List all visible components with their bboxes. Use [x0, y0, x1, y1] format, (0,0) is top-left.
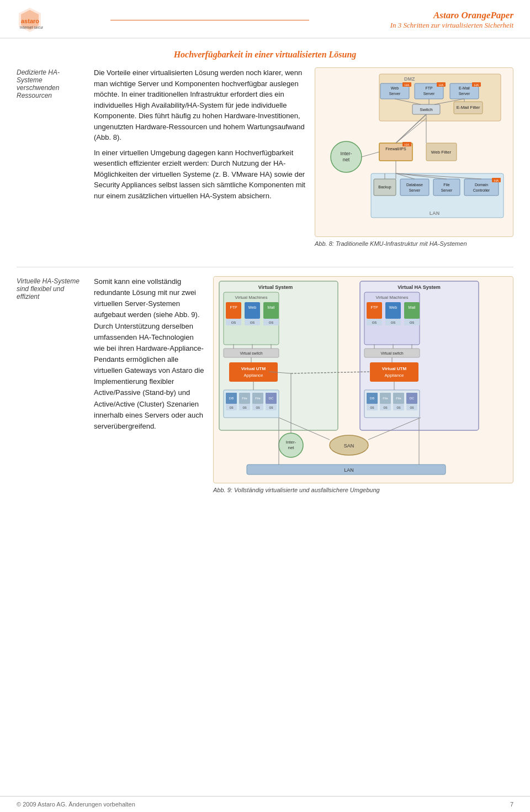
fig8-caption: Abb. 8: Traditionelle KMU-Infrastruktur …: [315, 240, 513, 247]
svg-text:Switch: Switch: [420, 107, 433, 112]
svg-text:DMZ: DMZ: [404, 76, 415, 82]
svg-text:HA: HA: [494, 179, 499, 182]
svg-text:Web: Web: [248, 305, 256, 309]
svg-text:OS: OS: [229, 406, 234, 409]
svg-rect-68: [226, 302, 241, 319]
header-title-area: Astaro OrangePaper In 3 Schritten zur vi…: [315, 10, 513, 30]
bottom-text-diagram: Somit kann eine vollständig redundante L…: [94, 276, 513, 493]
svg-text:HA: HA: [405, 143, 409, 146]
sidebar-label-1: Dedizierte HA-Systeme verschwenden Resso…: [17, 67, 83, 256]
footer-copyright: © 2009 Astaro AG. Änderungen vorbehalten: [17, 801, 135, 808]
diagram1-col: DMZ Web Server HA FTP Server: [315, 67, 513, 247]
svg-text:Database: Database: [406, 183, 423, 187]
astaro-logo: astaro internet security: [17, 7, 43, 33]
svg-text:Appliance: Appliance: [384, 373, 404, 378]
svg-text:File: File: [255, 397, 261, 400]
svg-text:LAN: LAN: [344, 467, 354, 473]
svg-text:OS: OS: [410, 406, 414, 409]
logo-area: astaro internet security: [17, 7, 105, 33]
svg-text:OS: OS: [256, 406, 260, 409]
page-header: astaro internet security Astaro OrangePa…: [0, 0, 530, 39]
sidebar-label-2: Virtuelle HA-Systeme sind flexibel und e…: [17, 276, 83, 493]
svg-text:FTP: FTP: [370, 305, 378, 309]
svg-text:OS: OS: [250, 321, 255, 324]
svg-text:OS: OS: [370, 406, 374, 409]
svg-text:Mail: Mail: [268, 305, 275, 309]
svg-text:Virtual Machines: Virtual Machines: [235, 295, 268, 300]
svg-rect-119: [404, 302, 420, 319]
diagram2-col: Virtual System Virtual Machines FTP OS: [213, 276, 513, 493]
svg-text:LAN: LAN: [430, 210, 440, 216]
svg-rect-115: [385, 302, 401, 319]
svg-text:OS: OS: [242, 406, 247, 409]
svg-text:File: File: [396, 397, 401, 400]
svg-text:OS: OS: [231, 321, 236, 324]
section1-layout: Dedizierte HA-Systeme verschwenden Resso…: [17, 67, 513, 256]
svg-text:net: net: [288, 445, 294, 450]
svg-text:File: File: [383, 397, 388, 400]
svg-text:Server: Server: [459, 92, 470, 96]
page-number: 7: [510, 801, 513, 808]
section-divider: [17, 267, 513, 267]
svg-text:OS: OS: [410, 321, 415, 324]
svg-rect-111: [367, 302, 382, 319]
section1-para2: In einer virtuellen Umgebung dagegen kan…: [94, 147, 306, 202]
svg-rect-46: [400, 179, 429, 196]
svg-text:HA: HA: [474, 83, 479, 87]
svg-text:DC: DC: [410, 397, 415, 400]
svg-text:Server: Server: [441, 188, 453, 192]
svg-text:Inter-: Inter-: [340, 151, 352, 156]
svg-text:DB: DB: [370, 397, 374, 400]
page-footer: © 2009 Astaro AG. Änderungen vorbehalten…: [0, 796, 530, 812]
svg-text:Virtual Machines: Virtual Machines: [376, 295, 409, 300]
svg-text:DC: DC: [269, 397, 274, 400]
svg-text:Backup: Backup: [378, 185, 391, 189]
svg-text:OS: OS: [269, 321, 274, 324]
svg-text:internet security: internet security: [20, 25, 43, 30]
network-diagram-2: Virtual System Virtual Machines FTP OS: [213, 276, 513, 483]
section2-layout: Virtuelle HA-Systeme sind flexibel und e…: [17, 276, 513, 493]
svg-text:Server: Server: [409, 188, 421, 192]
svg-text:File: File: [443, 183, 449, 187]
svg-rect-72: [245, 302, 260, 319]
svg-text:OS: OS: [391, 321, 396, 324]
fig9-caption: Abb. 9: Vollständig virtualisierte und a…: [213, 487, 513, 493]
svg-text:Inter-: Inter-: [286, 440, 296, 445]
svg-text:Domain: Domain: [475, 183, 488, 187]
svg-text:Server: Server: [423, 92, 435, 96]
svg-text:Virtual switch: Virtual switch: [380, 351, 403, 355]
svg-text:OS: OS: [383, 406, 388, 409]
diagram1-svg: DMZ Web Server HA FTP Server: [319, 71, 506, 231]
text-diagram-row-1: Die Vorteile einer virtualisierten Lösun…: [94, 67, 513, 247]
svg-text:Controller: Controller: [473, 188, 490, 192]
svg-text:DB: DB: [229, 397, 234, 400]
svg-rect-76: [263, 302, 279, 319]
svg-text:File: File: [242, 397, 247, 400]
svg-text:Virtual UTM: Virtual UTM: [241, 366, 266, 371]
network-diagram-1: DMZ Web Server HA FTP Server: [315, 67, 513, 237]
svg-text:Mail: Mail: [409, 305, 416, 309]
svg-text:Firewall/IPS: Firewall/IPS: [385, 147, 406, 151]
svg-text:Web: Web: [391, 86, 399, 90]
section2-para1: Somit kann eine vollständig redundante L…: [94, 276, 204, 432]
svg-text:net: net: [343, 157, 350, 162]
section1-title: Hochverfügbarkeit in einer virtualisiert…: [17, 50, 513, 60]
svg-text:Virtual switch: Virtual switch: [240, 351, 262, 355]
svg-text:Web Filter: Web Filter: [431, 150, 452, 155]
svg-text:E-Mail: E-Mail: [459, 86, 470, 90]
header-title-sub: In 3 Schritten zur virtualisierten Siche…: [315, 21, 513, 30]
svg-text:Virtual UTM: Virtual UTM: [382, 366, 407, 371]
section2-main: Somit kann eine vollständig redundante L…: [94, 276, 513, 493]
svg-text:Virtual System: Virtual System: [258, 284, 293, 290]
svg-text:E-Mail Filter: E-Mail Filter: [457, 105, 480, 110]
svg-text:OS: OS: [396, 406, 401, 409]
svg-rect-128: [370, 362, 418, 382]
diagram2-svg: Virtual System Virtual Machines FTP OS: [214, 277, 484, 481]
svg-text:Server: Server: [389, 92, 401, 96]
svg-text:OS: OS: [269, 406, 273, 409]
svg-text:Appliance: Appliance: [243, 373, 263, 378]
section1-text: Die Vorteile einer virtualisierten Lösun…: [94, 67, 306, 247]
section1-main: Die Vorteile einer virtualisierten Lösun…: [94, 67, 513, 256]
svg-text:HA: HA: [439, 83, 443, 87]
svg-text:FTP: FTP: [425, 86, 433, 90]
